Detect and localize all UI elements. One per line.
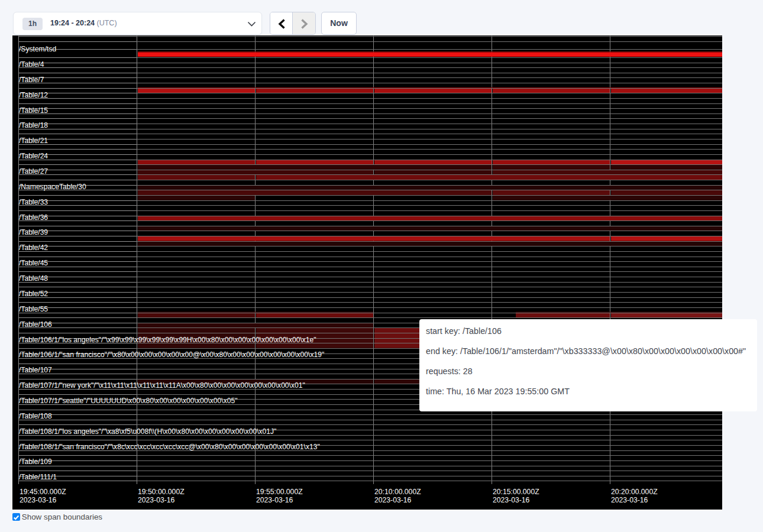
svg-text:/Table/24: /Table/24 — [19, 152, 48, 160]
svg-text:/Table/106: /Table/106 — [19, 320, 52, 329]
svg-text:2023-03-16: 2023-03-16 — [20, 496, 57, 504]
svg-text:/Table/15: /Table/15 — [19, 106, 48, 115]
svg-text:/Table/108/1/"los angeles"/"\x: /Table/108/1/"los angeles"/"\xa8\xf5\u00… — [19, 427, 276, 436]
svg-text:2023-03-16: 2023-03-16 — [374, 496, 412, 504]
svg-text:/Table/12: /Table/12 — [19, 91, 48, 99]
svg-text:/Table/45: /Table/45 — [19, 259, 48, 267]
svg-text:2023-03-16: 2023-03-16 — [138, 496, 175, 504]
svg-text:/NamespaceTable/30: /NamespaceTable/30 — [19, 183, 86, 191]
svg-text:/Table/18: /Table/18 — [19, 121, 48, 129]
svg-text:/Table/107/1/"new york"/"\x11\: /Table/107/1/"new york"/"\x11\x11\x11\x1… — [19, 381, 305, 390]
svg-text:/System/tsd: /System/tsd — [19, 45, 56, 53]
svg-text:/Table/27: /Table/27 — [19, 167, 48, 176]
svg-text:/Table/107: /Table/107 — [19, 366, 52, 374]
svg-text:/Table/108: /Table/108 — [19, 412, 52, 420]
svg-text:/Table/36: /Table/36 — [19, 213, 48, 222]
svg-text:/Table/33: /Table/33 — [19, 198, 48, 206]
svg-text:20:15:00.000Z: 20:15:00.000Z — [493, 488, 539, 496]
svg-text:/Table/108/1/"san francisco"/": /Table/108/1/"san francisco"/"\x8c\xcc\x… — [19, 443, 320, 451]
svg-text:/Table/39: /Table/39 — [19, 228, 48, 236]
svg-text:/Table/52: /Table/52 — [19, 290, 48, 298]
svg-text:19:55:00.000Z: 19:55:00.000Z — [256, 488, 303, 496]
svg-text:/Table/111/1: /Table/111/1 — [19, 473, 57, 481]
svg-text:20:10:00.000Z: 20:10:00.000Z — [374, 488, 421, 496]
svg-text:19:45:00.000Z: 19:45:00.000Z — [20, 488, 66, 496]
svg-text:/Table/48: /Table/48 — [19, 274, 48, 283]
svg-text:/Table/55: /Table/55 — [19, 305, 48, 313]
svg-text:/Table/42: /Table/42 — [19, 244, 48, 252]
svg-text:/Table/7: /Table/7 — [19, 76, 44, 84]
svg-text:/Table/106/1/"los angeles"/"\x: /Table/106/1/"los angeles"/"\x99\x99\x99… — [19, 336, 316, 344]
svg-text:19:50:00.000Z: 19:50:00.000Z — [138, 488, 185, 496]
svg-text:20:20:00.000Z: 20:20:00.000Z — [611, 488, 658, 496]
svg-text:2023-03-16: 2023-03-16 — [256, 496, 293, 504]
svg-text:/Table/21: /Table/21 — [19, 137, 48, 145]
svg-text:2023-03-16: 2023-03-16 — [493, 496, 530, 504]
svg-text:/Table/4: /Table/4 — [19, 60, 44, 69]
svg-text:2023-03-16: 2023-03-16 — [611, 496, 648, 504]
svg-text:/Table/107/1/"seattle"/"UUUUUU: /Table/107/1/"seattle"/"UUUUUUD\x00\x80\… — [19, 397, 237, 405]
svg-text:/Table/106/1/"san francisco"/": /Table/106/1/"san francisco"/"\x80\x00\x… — [19, 351, 324, 359]
svg-text:/Table/109: /Table/109 — [19, 458, 52, 466]
